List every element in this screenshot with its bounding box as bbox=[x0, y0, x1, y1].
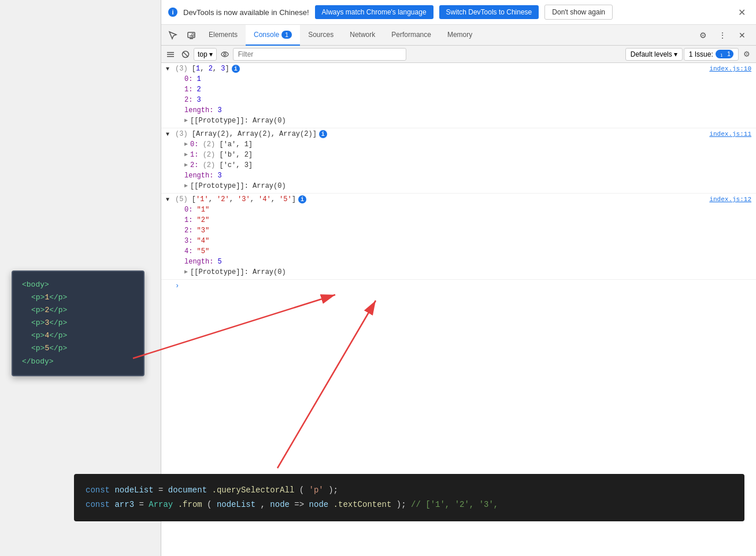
info-bar: i DevTools is now available in Chinese! … bbox=[161, 0, 756, 25]
source-link-2[interactable]: index.js:11 bbox=[709, 131, 751, 138]
inspect-icon[interactable] bbox=[164, 26, 182, 45]
console-settings-icon[interactable]: ⚙ bbox=[740, 47, 754, 61]
tab-console[interactable]: Console 1 bbox=[246, 25, 300, 46]
expand-icon-3[interactable]: ▼ bbox=[166, 197, 169, 203]
expand-icon-2[interactable]: ▼ bbox=[166, 131, 169, 138]
entry-3-item-4: 4: "5" bbox=[161, 247, 756, 257]
svg-rect-4 bbox=[167, 52, 174, 53]
entry-3-item-3: 3: "4" bbox=[161, 236, 756, 247]
tab-right-icons: ⚙ ⋮ ✕ bbox=[694, 26, 754, 45]
info-badge-2: i bbox=[319, 130, 327, 138]
prompt-arrow: › bbox=[175, 282, 179, 290]
entry-2-item-0[interactable]: ▶ 0: (2) ['a', 1] bbox=[161, 140, 756, 150]
devtools-panel: i DevTools is now available in Chinese! … bbox=[161, 0, 756, 556]
tab-elements[interactable]: Elements bbox=[201, 25, 246, 46]
entry-3-length: length: 5 bbox=[161, 257, 756, 268]
console-toolbar: top ▾ Default levels ▾ 1 Issue: 1 1 ⚙ bbox=[161, 46, 756, 63]
source-link-3[interactable]: index.js:12 bbox=[709, 196, 751, 203]
entry-1-length: length: 3 bbox=[161, 106, 756, 116]
tab-performance[interactable]: Performance bbox=[383, 25, 439, 46]
entry-1-item-2: 2: 3 bbox=[161, 95, 756, 106]
entry-2-item-1[interactable]: ▶ 1: (2) ['b', 2] bbox=[161, 150, 756, 161]
switch-language-button[interactable]: Switch DevTools to Chinese bbox=[439, 5, 539, 19]
svg-line-8 bbox=[183, 52, 188, 57]
svg-point-9 bbox=[221, 52, 228, 57]
entry-3-item-1: 1: "2" bbox=[161, 216, 756, 226]
code-block: const nodeList = document .querySelector… bbox=[74, 474, 744, 521]
svg-rect-5 bbox=[167, 54, 174, 55]
entry-1-header[interactable]: ▼ (3) [ 1 , 2 , 3 ] i index.js:10 bbox=[161, 64, 756, 75]
tab-bar: Elements Console 1 Sources Network Perfo… bbox=[161, 25, 756, 46]
svg-rect-6 bbox=[167, 56, 174, 57]
tab-network[interactable]: Network bbox=[342, 25, 383, 46]
svg-rect-1 bbox=[190, 38, 193, 39]
source-link-1[interactable]: index.js:10 bbox=[709, 65, 751, 72]
issue-button[interactable]: 1 Issue: 1 1 bbox=[684, 48, 739, 61]
issue-badge: 1 1 bbox=[716, 50, 733, 58]
info-bar-text: DevTools is now available in Chinese! bbox=[183, 8, 309, 17]
console-prompt[interactable]: › bbox=[161, 280, 756, 292]
svg-text:1: 1 bbox=[720, 53, 722, 58]
settings-icon[interactable]: ⚙ bbox=[694, 26, 712, 45]
entry-3-header[interactable]: ▼ (5) [ '1' , '2' , '3' , '4' , '5' ] i … bbox=[161, 195, 756, 205]
more-options-icon[interactable]: ⋮ bbox=[713, 26, 732, 45]
entry-2-item-2[interactable]: ▶ 2: (2) ['c', 3] bbox=[161, 161, 756, 171]
console-entry-2: ▼ (3) [ Array(2), Array(2), Array(2) ] i… bbox=[161, 128, 756, 194]
tab-sources[interactable]: Sources bbox=[300, 25, 342, 46]
info-icon: i bbox=[168, 8, 177, 17]
device-icon[interactable] bbox=[182, 26, 201, 45]
info-badge: i bbox=[232, 65, 240, 73]
svg-point-10 bbox=[224, 53, 226, 55]
console-entry-1: ▼ (3) [ 1 , 2 , 3 ] i index.js:10 0: 1 1… bbox=[161, 63, 756, 128]
entry-2-header[interactable]: ▼ (3) [ Array(2), Array(2), Array(2) ] i… bbox=[161, 129, 756, 140]
entry-2-length: length: 3 bbox=[161, 171, 756, 181]
entry-3-proto[interactable]: ▶ [[Prototype]]: Array(0) bbox=[161, 268, 756, 278]
entry-1-item-1: 1: 2 bbox=[161, 85, 756, 95]
expand-icon[interactable]: ▼ bbox=[166, 66, 169, 72]
dont-show-button[interactable]: Don't show again bbox=[544, 5, 613, 20]
match-language-button[interactable]: Always match Chrome's language bbox=[315, 5, 433, 19]
entry-3-item-2: 2: "3" bbox=[161, 226, 756, 236]
entry-3-item-0: 0: "1" bbox=[161, 205, 756, 216]
entry-1-proto[interactable]: ▶ [[Prototype]]: Array(0) bbox=[161, 116, 756, 127]
default-levels-dropdown[interactable]: Default levels ▾ bbox=[625, 48, 683, 61]
close-icon[interactable]: ✕ bbox=[735, 6, 749, 19]
console-badge: 1 bbox=[281, 31, 292, 39]
clear-console-icon[interactable] bbox=[164, 47, 177, 61]
block-icon[interactable] bbox=[179, 47, 192, 61]
dom-preview: <body> <p>1</p> <p>2</p> <p>3</p> <p>4</… bbox=[12, 270, 144, 376]
filter-input[interactable] bbox=[233, 48, 406, 61]
entry-2-proto[interactable]: ▶ [[Prototype]]: Array(0) bbox=[161, 181, 756, 192]
console-entry-3: ▼ (5) [ '1' , '2' , '3' , '4' , '5' ] i … bbox=[161, 194, 756, 280]
eye-icon[interactable] bbox=[218, 47, 232, 61]
info-badge-3: i bbox=[298, 195, 306, 203]
entry-1-item-0: 0: 1 bbox=[161, 75, 756, 85]
close-devtools-icon[interactable]: ✕ bbox=[733, 26, 751, 45]
tab-memory[interactable]: Memory bbox=[439, 25, 480, 46]
context-selector[interactable]: top ▾ bbox=[194, 48, 217, 61]
